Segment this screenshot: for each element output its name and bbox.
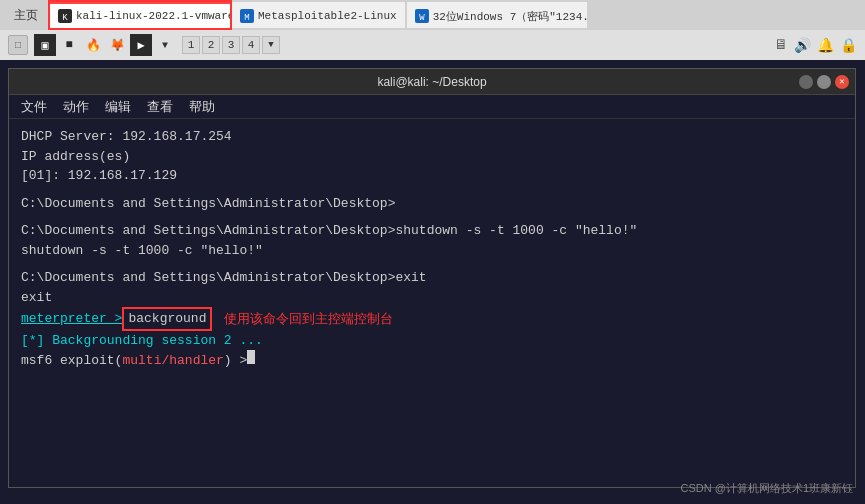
workspace-nums: 1 2 3 4 ▼ bbox=[182, 36, 280, 54]
lock-icon[interactable]: 🔒 bbox=[840, 37, 857, 54]
cursor bbox=[247, 350, 255, 364]
terminal-controls: ✕ bbox=[799, 75, 849, 89]
prompt1-text: C:\Documents and Settings\Administrator\… bbox=[21, 194, 395, 214]
blank1 bbox=[21, 186, 843, 194]
terminal-titlebar: kali@kali: ~/Desktop ✕ bbox=[9, 69, 855, 95]
shutdown-prompt: C:\Documents and Settings\Administrator\… bbox=[21, 221, 395, 241]
msf-module: multi/handler bbox=[122, 351, 223, 371]
line-background: meterpreter > background 使用该命令回到主控端控制台 bbox=[21, 307, 843, 331]
vm-icon-1[interactable]: ▣ bbox=[34, 34, 56, 56]
shutdown-cmd: shutdown -s -t 1000 -c "hello!" bbox=[395, 221, 637, 241]
line-shutdown-echo: shutdown -s -t 1000 -c "hello!" bbox=[21, 241, 843, 261]
terminal-menubar: 文件 动作 编辑 查看 帮助 bbox=[9, 95, 855, 119]
ip-text: IP address(es) bbox=[21, 147, 130, 167]
browser-chrome: 主页 K kali-linux-2022.1-vmware... ✕ M Met… bbox=[0, 0, 865, 60]
line-msf: msf6 exploit(multi/handler) > bbox=[21, 350, 843, 371]
tab-kali[interactable]: K kali-linux-2022.1-vmware... ✕ bbox=[50, 2, 230, 28]
close-button[interactable]: ✕ bbox=[835, 75, 849, 89]
tab-bar: 主页 K kali-linux-2022.1-vmware... ✕ M Met… bbox=[0, 0, 865, 30]
line-dhcp: DHCP Server: 192.168.17.254 bbox=[21, 127, 843, 147]
svg-text:K: K bbox=[62, 13, 68, 23]
vm-icon-2[interactable]: ■ bbox=[58, 34, 80, 56]
minimize-button[interactable] bbox=[799, 75, 813, 89]
volume-icon[interactable]: 🔊 bbox=[794, 37, 811, 54]
shutdown-echo-text: shutdown -s -t 1000 -c "hello!" bbox=[21, 241, 263, 261]
ip2-text: [01]: 192.168.17.129 bbox=[21, 166, 177, 186]
watermark-text: CSDN @计算机网络技术1班康新钰 bbox=[680, 482, 853, 494]
backgrounding-text: [*] Backgrounding session 2 ... bbox=[21, 331, 263, 351]
line-shutdown: C:\Documents and Settings\Administrator\… bbox=[21, 221, 843, 241]
exit-prompt: C:\Documents and Settings\Administrator\… bbox=[21, 268, 395, 288]
terminal-content[interactable]: DHCP Server: 192.168.17.254 IP address(e… bbox=[9, 119, 855, 487]
tab-windows7[interactable]: W 32位Windows 7（密码"1234... bbox=[407, 2, 587, 28]
line-exit: C:\Documents and Settings\Administrator\… bbox=[21, 268, 843, 288]
windows7-tab-label: 32位Windows 7（密码"1234... bbox=[433, 9, 587, 24]
monitor-icon[interactable]: 🖥 bbox=[774, 37, 788, 53]
home-tab[interactable]: 主页 bbox=[4, 2, 48, 28]
line-exit-echo: exit bbox=[21, 288, 843, 308]
kali-tab-icon: K bbox=[58, 9, 72, 23]
exit-cmd: exit bbox=[395, 268, 426, 288]
toolbar-right: 🖥 🔊 🔔 🔒 bbox=[774, 37, 857, 54]
vm-icon-bar: ▣ ■ 🔥 🦊 ▶ ▼ 1 2 3 4 ▼ bbox=[34, 34, 768, 56]
toolbar-btn-1[interactable]: □ bbox=[8, 35, 28, 55]
background-annotation: 使用该命令回到主控端控制台 bbox=[224, 309, 393, 329]
exit-echo-text: exit bbox=[21, 288, 52, 308]
menu-edit[interactable]: 编辑 bbox=[105, 98, 131, 116]
menu-view[interactable]: 查看 bbox=[147, 98, 173, 116]
meterpreter-prompt: meterpreter > bbox=[21, 309, 122, 329]
ws-1[interactable]: 1 bbox=[182, 36, 200, 54]
home-tab-label: 主页 bbox=[14, 7, 38, 24]
watermark: CSDN @计算机网络技术1班康新钰 bbox=[680, 481, 853, 496]
ws-3[interactable]: 3 bbox=[222, 36, 240, 54]
line-prompt1: C:\Documents and Settings\Administrator\… bbox=[21, 194, 843, 214]
terminal-window: kali@kali: ~/Desktop ✕ 文件 动作 编辑 查看 帮助 DH… bbox=[8, 68, 856, 488]
svg-text:M: M bbox=[244, 13, 249, 23]
background-cmd: background bbox=[122, 307, 212, 331]
msf-prompt-text: msf6 exploit( bbox=[21, 351, 122, 371]
bell-icon[interactable]: 🔔 bbox=[817, 37, 834, 54]
tab-metasploitable[interactable]: M Metasploitable2-Linux bbox=[232, 2, 405, 28]
blank3 bbox=[21, 260, 843, 268]
ws-2[interactable]: 2 bbox=[202, 36, 220, 54]
dhcp-text: DHCP Server: 192.168.17.254 bbox=[21, 127, 232, 147]
terminal-title: kali@kali: ~/Desktop bbox=[377, 75, 486, 89]
line-ip: IP address(es) bbox=[21, 147, 843, 167]
kali-tab-label: kali-linux-2022.1-vmware... bbox=[76, 10, 230, 22]
ws-4[interactable]: 4 bbox=[242, 36, 260, 54]
msf-prompt-end: ) > bbox=[224, 351, 247, 371]
vm-icon-arrow[interactable]: ▼ bbox=[154, 34, 176, 56]
menu-help[interactable]: 帮助 bbox=[189, 98, 215, 116]
windows7-tab-icon: W bbox=[415, 9, 429, 23]
vm-icon-4[interactable]: 🦊 bbox=[106, 34, 128, 56]
line-backgrounding: [*] Backgrounding session 2 ... bbox=[21, 331, 843, 351]
vm-icon-5[interactable]: ▶ bbox=[130, 34, 152, 56]
maximize-button[interactable] bbox=[817, 75, 831, 89]
vm-icon-3[interactable]: 🔥 bbox=[82, 34, 104, 56]
line-ip2: [01]: 192.168.17.129 bbox=[21, 166, 843, 186]
blank2 bbox=[21, 213, 843, 221]
toolbar: □ ▣ ■ 🔥 🦊 ▶ ▼ 1 2 3 4 ▼ 🖥 🔊 🔔 🔒 bbox=[0, 30, 865, 60]
menu-file[interactable]: 文件 bbox=[21, 98, 47, 116]
metasploitable-tab-icon: M bbox=[240, 9, 254, 23]
menu-action[interactable]: 动作 bbox=[63, 98, 89, 116]
ws-arrow[interactable]: ▼ bbox=[262, 36, 280, 54]
metasploitable-tab-label: Metasploitable2-Linux bbox=[258, 10, 397, 22]
svg-text:W: W bbox=[419, 13, 425, 23]
